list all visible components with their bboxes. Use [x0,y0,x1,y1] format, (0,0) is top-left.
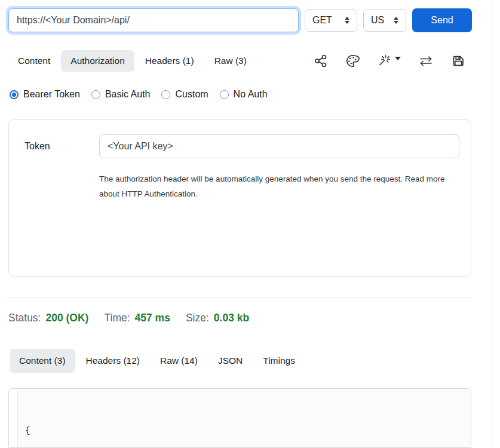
response-status-row: Status: 200 (OK) Time: 457 ms Size: 0.03… [8,312,265,324]
tab-content[interactable]: Content [8,50,60,72]
section-divider [6,297,472,297]
radio-icon [91,90,100,99]
tab-headers[interactable]: Headers (1) [136,50,204,72]
tab-authorization[interactable]: Authorization [61,50,134,72]
auth-option-label: Basic Auth [105,89,151,100]
code-gutter [9,389,18,447]
method-select[interactable]: GET [305,9,357,32]
auth-option-custom[interactable]: Custom [161,89,208,100]
status-value: 200 (OK) [45,312,88,324]
auth-option-basic-auth[interactable]: Basic Auth [91,89,151,100]
authorization-panel: Token The authorization header will be a… [8,119,471,277]
request-toolbar [314,54,472,68]
magic-tools-icon[interactable] [377,54,401,68]
resp-tab-raw[interactable]: Raw (14) [151,349,207,373]
response-body-viewer[interactable]: { "message": "API running." } [8,388,471,448]
radio-icon [161,90,170,99]
size-label: Size: [186,312,209,324]
magic-tools-caret-icon [395,57,401,60]
auth-option-bearer-token[interactable]: Bearer Token [10,89,80,100]
region-select-value: US [371,15,384,26]
response-json: { "message": "API running." } [18,389,171,447]
size-value: 0.03 kb [214,312,249,324]
select-updown-icon [394,17,398,24]
save-icon[interactable] [451,54,465,68]
resp-tab-headers[interactable]: Headers (12) [76,349,149,373]
auth-option-no-auth[interactable]: No Auth [220,89,268,100]
time-value: 457 ms [135,312,170,324]
token-input[interactable] [99,134,459,158]
token-label: Token [24,141,50,152]
status-label: Status: [8,312,41,324]
auth-option-label: No Auth [234,89,268,100]
request-tabs: Content Authorization Headers (1) Raw (3… [8,50,472,72]
auth-type-options: Bearer Token Basic Auth Custom No Auth [10,89,268,100]
response-tabs: Content (3) Headers (12) Raw (14) JSON T… [10,349,306,373]
auth-option-label: Custom [175,89,208,100]
auth-helper-text: The authorization header will be automat… [99,171,458,201]
scroll-track-rule [492,0,492,448]
radio-icon [220,90,229,99]
request-bar: GET US Send [8,8,472,32]
auth-option-label: Bearer Token [23,89,80,100]
select-updown-icon [345,17,349,24]
radio-selected-icon [10,90,19,99]
resp-tab-timings[interactable]: Timings [253,349,305,373]
api-tester-page: GET US Send Content Authorization Header… [0,0,500,448]
region-select[interactable]: US [363,9,406,32]
code-line: { [25,424,171,438]
send-button[interactable]: Send [412,8,472,32]
theme-palette-icon[interactable] [345,54,360,68]
resp-tab-json[interactable]: JSON [208,349,252,373]
method-select-value: GET [312,15,332,26]
compare-exchange-icon[interactable] [418,54,434,68]
time-label: Time: [104,312,130,324]
tab-raw[interactable]: Raw (3) [205,50,256,72]
url-input[interactable] [8,8,299,32]
resp-tab-content[interactable]: Content (3) [10,349,75,373]
share-icon[interactable] [314,54,328,68]
